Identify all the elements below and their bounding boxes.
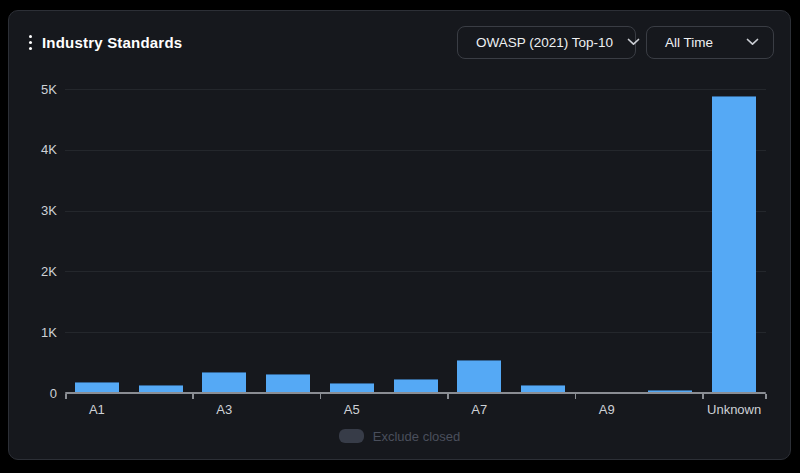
bar-a3[interactable]	[202, 372, 246, 393]
gridline	[65, 150, 766, 151]
y-axis-label: 0	[17, 387, 57, 400]
bar-a6[interactable]	[394, 379, 438, 393]
exclude-closed-toggle[interactable]	[339, 429, 364, 443]
y-axis-label: 5K	[17, 83, 57, 96]
bar-a4[interactable]	[266, 374, 310, 393]
dashboard-page: { "card": { "title": "Industry Standards…	[0, 0, 800, 473]
bar-a7[interactable]	[457, 360, 501, 393]
x-axis-label: A5	[312, 402, 392, 417]
gridline	[65, 211, 766, 212]
x-axis-label: A9	[567, 402, 647, 417]
x-axis-tick	[320, 394, 322, 399]
gridline	[65, 89, 766, 90]
x-axis-label: A7	[439, 402, 519, 417]
bar-unknown[interactable]	[712, 96, 756, 393]
x-axis-line	[65, 392, 766, 394]
x-axis-tick	[65, 394, 67, 399]
x-axis-tick	[702, 394, 704, 399]
x-axis-tick	[765, 394, 767, 399]
y-axis-label: 1K	[17, 326, 57, 339]
x-axis-tick	[447, 394, 449, 399]
gridline	[65, 332, 766, 333]
x-axis-label: A1	[57, 402, 137, 417]
x-axis-tick	[575, 394, 577, 399]
y-axis-label: 2K	[17, 265, 57, 278]
legend-label: Exclude closed	[373, 429, 460, 444]
x-axis-label: A3	[184, 402, 264, 417]
y-axis-label: 3K	[17, 204, 57, 217]
industry-standards-card: Industry Standards OWASP (2021) Top-10 A…	[8, 10, 791, 460]
gridline	[65, 271, 766, 272]
y-axis-label: 4K	[17, 143, 57, 156]
x-axis-label: Unknown	[694, 402, 774, 417]
bar-chart: 01K2K3K4K5KA1A3A5A7A9Unknown	[9, 11, 790, 459]
chart-legend: Exclude closed	[9, 428, 790, 444]
x-axis-tick	[192, 394, 194, 399]
